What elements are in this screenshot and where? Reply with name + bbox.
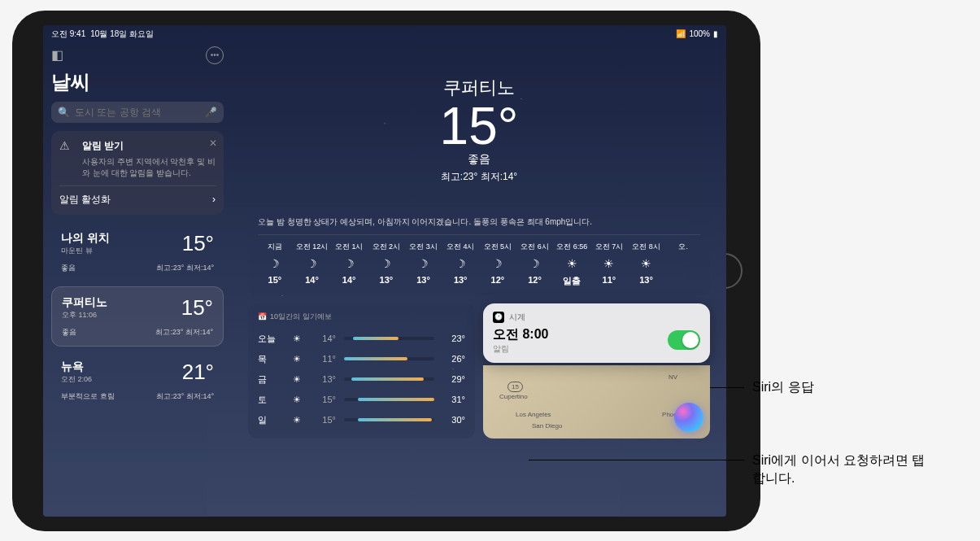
hour-label: 오전 12시 bbox=[295, 242, 329, 252]
hour-temp: 13° bbox=[629, 275, 664, 285]
city-subtitle: 오전 2:06 bbox=[61, 374, 92, 385]
notif-action-button[interactable]: 알림 활성화 › bbox=[59, 185, 216, 207]
mic-icon[interactable]: 🎤 bbox=[205, 107, 217, 118]
city-subtitle: 오후 11:06 bbox=[62, 310, 107, 321]
chevron-right-icon: › bbox=[212, 194, 216, 205]
calendar-icon: 📅 bbox=[258, 312, 267, 321]
map-city-label: San Diego bbox=[532, 422, 562, 430]
day-label: 토 bbox=[258, 394, 281, 406]
temp-range-bar bbox=[344, 398, 434, 401]
daily-row: 목 ☀ 11° 26° bbox=[258, 349, 465, 369]
forecast-description: 오늘 밤 청명한 상태가 예상되며, 아침까지 이어지겠습니다. 돌풍의 풍속은… bbox=[258, 216, 700, 235]
temp-range-bar bbox=[344, 418, 434, 421]
hero-condition: 좋음 bbox=[248, 152, 710, 167]
clock-app-icon: 🕐 bbox=[493, 312, 504, 323]
map-state-label: NV bbox=[669, 373, 677, 381]
low-temp: 11° bbox=[313, 354, 336, 364]
daily-panel-label: 📅 10일간의 일기예보 bbox=[258, 312, 465, 322]
high-temp: 23° bbox=[442, 334, 465, 343]
city-condition: 부분적으로 흐림 bbox=[61, 391, 115, 402]
hour-temp: 14° bbox=[332, 275, 366, 285]
hero-range: 최고:23° 최저:14° bbox=[248, 170, 710, 184]
status-time: 오전 9:41 bbox=[51, 28, 85, 40]
city-subtitle: 마운틴 뷰 bbox=[61, 246, 110, 256]
weather-icon: ☽ bbox=[407, 257, 441, 270]
hour-temp: 13° bbox=[443, 275, 477, 285]
hour-temp: 14° bbox=[295, 275, 329, 285]
weather-icon: ☀ bbox=[289, 334, 305, 344]
map-city-label: Los Angeles bbox=[516, 411, 551, 418]
sidebar-toggle-icon[interactable]: ◧ bbox=[51, 47, 63, 63]
annotation-callouts: Siri의 응답 Siri에게 이어서 요청하려면 탭합니다. bbox=[777, 0, 980, 541]
hourly-column: 오전 5시 ☽ 12° bbox=[481, 242, 515, 287]
status-bar: 오전 9:41 10월 18일 화요일 📶 100% ▮ bbox=[43, 25, 726, 43]
hour-temp: 12° bbox=[518, 275, 552, 285]
hourly-column: 오전 12시 ☽ 14° bbox=[295, 242, 329, 287]
hero-city: 쿠퍼티노 bbox=[248, 76, 710, 100]
hour-label: 오전 5시 bbox=[481, 242, 515, 252]
search-bar[interactable]: 🔍 🎤 bbox=[51, 102, 224, 123]
daily-row: 금 ☀ 13° 29° bbox=[258, 369, 465, 390]
hour-temp: 일출 bbox=[555, 275, 589, 287]
siri-response-card[interactable]: 🕐 시계 오전 8:00 알림 bbox=[483, 303, 710, 363]
city-condition: 좋음 bbox=[61, 263, 76, 273]
daily-row: 일 ☀ 15° 30° bbox=[258, 410, 465, 430]
alarm-time: 오전 8:00 bbox=[493, 326, 548, 343]
hour-temp: 12° bbox=[481, 275, 515, 285]
weather-icon: ☀ bbox=[289, 354, 305, 364]
umbrella-alert-icon: ⚠ bbox=[59, 139, 76, 153]
city-card[interactable]: 나의 위치 마운틴 뷰 15° 좋음 최고:23° 최저:14° bbox=[51, 223, 224, 281]
high-temp: 26° bbox=[442, 354, 465, 364]
hourly-column: 오전 1시 ☽ 14° bbox=[332, 242, 366, 287]
map-route-badge: 15 bbox=[507, 382, 523, 392]
hourly-column: 오전 7시 ☀ 11° bbox=[592, 242, 626, 287]
alarm-toggle[interactable] bbox=[668, 330, 700, 350]
city-card[interactable]: 뉴욕 오전 2:06 21° 부분적으로 흐림 최고:23° 최저:14° bbox=[51, 351, 224, 410]
precipitation-map[interactable]: 15 Cupertino Los Angeles San Diego Phoen… bbox=[483, 365, 710, 438]
notif-body: 사용자의 주변 지역에서 악천후 및 비와 눈에 대한 알림을 받습니다. bbox=[82, 156, 216, 179]
callout-siri-response: Siri의 응답 bbox=[752, 379, 814, 396]
hour-label: 오전 6시 bbox=[518, 242, 552, 252]
hourly-column: 오전 2시 ☽ 13° bbox=[369, 242, 403, 287]
alarm-label: 알림 bbox=[493, 343, 548, 355]
precipitation-panel[interactable]: ☔ 강수량 15 Cupertino Los Angeles San Diego… bbox=[483, 303, 710, 438]
status-date: 10월 18일 화요일 bbox=[90, 28, 154, 40]
search-icon: 🔍 bbox=[58, 107, 70, 118]
temp-range-bar bbox=[344, 337, 434, 340]
city-range: 최고:23° 최저:14° bbox=[156, 391, 214, 402]
city-name: 뉴욕 bbox=[61, 360, 92, 374]
weather-icon: ☀ bbox=[289, 415, 305, 425]
hourly-column: 오전 6:56 ☀ 일출 bbox=[555, 242, 589, 287]
low-temp: 15° bbox=[313, 415, 336, 425]
day-label: 오늘 bbox=[258, 333, 281, 345]
main-content: 쿠퍼티노 15° 좋음 최고:23° 최저:14° 오늘 밤 청명한 상태가 예… bbox=[232, 43, 726, 517]
day-label: 목 bbox=[258, 353, 281, 365]
high-temp: 30° bbox=[442, 415, 465, 425]
toggle-knob bbox=[682, 332, 699, 348]
hour-label: 오전 3시 bbox=[407, 242, 441, 252]
weather-icon: ☽ bbox=[518, 257, 552, 270]
city-temp: 15° bbox=[182, 231, 214, 256]
hourly-forecast-panel[interactable]: 오늘 밤 청명한 상태가 예상되며, 아침까지 이어지겠습니다. 돌풍의 풍속은… bbox=[248, 208, 710, 295]
hour-temp: 13° bbox=[369, 275, 403, 285]
more-button[interactable]: ••• bbox=[206, 46, 224, 64]
hour-temp: 11° bbox=[592, 275, 626, 285]
low-temp: 13° bbox=[313, 374, 336, 384]
search-input[interactable] bbox=[75, 107, 200, 118]
notif-title: 알림 받기 bbox=[82, 139, 124, 153]
city-temp: 15° bbox=[181, 295, 213, 321]
hourly-column: 오전 6시 ☽ 12° bbox=[518, 242, 552, 287]
city-name: 쿠퍼티노 bbox=[62, 295, 107, 310]
day-label: 금 bbox=[258, 373, 281, 386]
callout-siri-continue: Siri에게 이어서 요청하려면 탭합니다. bbox=[752, 452, 931, 488]
siri-orb-button[interactable] bbox=[674, 403, 703, 432]
weather-icon: ☽ bbox=[332, 257, 366, 270]
city-card[interactable]: 쿠퍼티노 오후 11:06 15° 좋음 최고:23° 최저:14° bbox=[51, 286, 224, 347]
hourly-column: 오전 8시 ☀ 13° bbox=[629, 242, 664, 287]
battery-percent: 100% bbox=[689, 29, 710, 38]
day-label: 일 bbox=[258, 414, 281, 426]
weather-icon: ☽ bbox=[295, 257, 329, 270]
daily-forecast-panel[interactable]: 📅 10일간의 일기예보 오늘 ☀ 14° 23° 목 ☀ 11° 26° 금 … bbox=[248, 303, 475, 438]
weather-icon: ☽ bbox=[369, 257, 403, 270]
close-icon[interactable]: ✕ bbox=[209, 137, 217, 149]
